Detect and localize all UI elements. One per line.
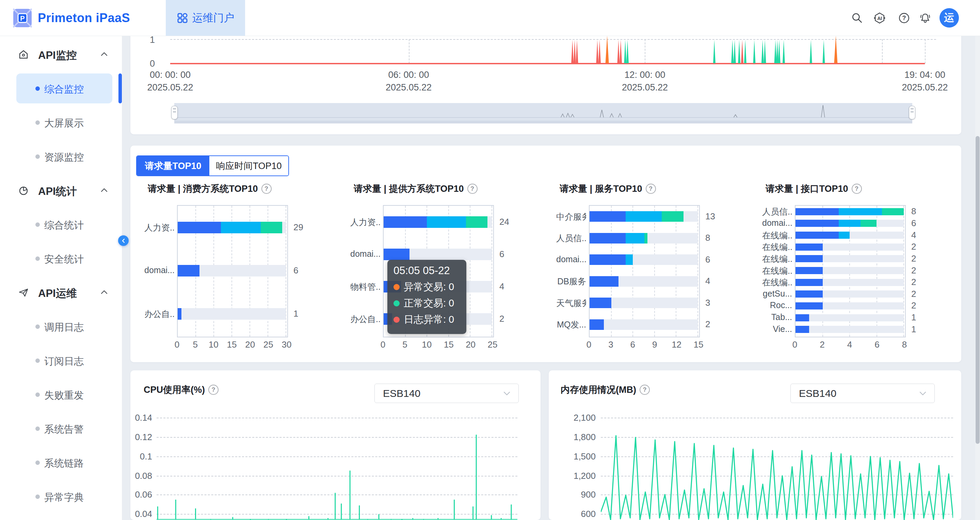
category-label: Vie... [762, 324, 792, 334]
sidebar-item-label: 异常字典 [44, 491, 84, 504]
category-label: getSu... [762, 289, 792, 299]
sidebar-group-label: API统计 [38, 184, 77, 199]
x-axis-date-label: 2025.05.22 [902, 82, 948, 93]
category-label: 中介服务 [556, 211, 586, 222]
bar-track [383, 216, 492, 228]
sidebar-item-订阅日志[interactable]: 订阅日志 [0, 344, 122, 377]
category-label: 物料管... [350, 281, 380, 292]
sidebar-item-综合统计[interactable]: 综合统计 [0, 208, 122, 241]
sidebar-item-label: 资源监控 [44, 151, 84, 164]
y-axis-tick: 0.1 [130, 451, 152, 462]
tab-request-volume-top10[interactable]: 请求量TOP10 [137, 156, 209, 176]
sidebar-item-失败重发[interactable]: 失败重发 [0, 377, 122, 412]
search-icon[interactable] [851, 12, 863, 24]
panel-interface-top10: 请求量 | 接口TOP10? 人员信...8domai...6在线编...4在线… [761, 180, 956, 352]
notification-bell-icon[interactable] [919, 12, 931, 24]
category-label: 在线编... [762, 277, 792, 288]
item-bullet-dot [35, 392, 40, 397]
value-label: 29 [293, 222, 303, 233]
value-label: 13 [705, 211, 715, 222]
sidebar-group-API统计[interactable]: API统计 [0, 175, 122, 206]
chevron-up-icon [100, 187, 108, 193]
svg-text:?: ? [902, 14, 906, 21]
ai-assistant-icon[interactable]: AI [873, 12, 886, 24]
sidebar-group-API监控[interactable]: API监控 [0, 39, 122, 70]
active-item-indicator [118, 73, 122, 103]
bar-segment [839, 220, 861, 227]
tooltip-row-text: 异常交易: 0 [404, 280, 454, 294]
tab-ops-portal[interactable]: 运维门户 [166, 0, 245, 36]
sidebar-item-安全统计[interactable]: 安全统计 [0, 241, 122, 276]
value-label: 1 [911, 312, 916, 323]
bar-segment [178, 265, 199, 276]
item-bullet-dot [35, 495, 40, 499]
bar-segment [795, 326, 809, 333]
x-axis-date-label: 2025.05.22 [386, 82, 432, 93]
sidebar-item-大屏展示[interactable]: 大屏展示 [0, 105, 122, 140]
value-label: 2 [705, 319, 710, 330]
chevron-up-icon [100, 289, 108, 295]
sidebar-item-系统告警[interactable]: 系统告警 [0, 412, 122, 445]
value-label: 1 [911, 324, 916, 335]
datazoom-mini-chart [174, 103, 912, 118]
value-label: 24 [500, 217, 509, 227]
category-label: 天气服务 [556, 298, 586, 309]
sidebar-collapse-button[interactable] [118, 235, 129, 246]
item-bullet-dot [35, 426, 40, 431]
category-label: 在线编... [762, 265, 792, 276]
panel-consumer-top10: 请求量 | 消费方系统TOP10? 人力资...29domai...6办公自..… [143, 180, 339, 352]
bar-segment [626, 254, 633, 265]
brand: P Primeton iPaaS [13, 8, 130, 28]
help-icon[interactable]: ? [898, 12, 910, 24]
bar-segment [383, 249, 409, 260]
portal-tab-label: 运维门户 [192, 11, 234, 25]
cpu-line-chart: 0.140.120.10.080.060.04 [130, 370, 541, 520]
bar-segment [427, 216, 466, 228]
bar-segment [178, 308, 181, 320]
x-axis-tick: 30 [273, 339, 300, 350]
tab-response-time-top10[interactable]: 响应时间TOP10 [209, 156, 288, 176]
bar-segment [261, 222, 283, 233]
bar-segment [590, 233, 626, 244]
primeton-logo-icon: P [13, 8, 32, 28]
category-label: domai... [144, 265, 174, 275]
sidebar-group-label: API监控 [38, 48, 77, 63]
gridline-vertical [676, 206, 676, 337]
sidebar-group-API运维[interactable]: API运维 [0, 277, 122, 308]
brush-handle-right[interactable] [909, 106, 915, 119]
bar-segment [795, 279, 823, 286]
bar-segment [795, 290, 823, 298]
value-label: 2 [911, 300, 916, 311]
datazoom-brush[interactable] [174, 103, 912, 124]
bar-track [590, 298, 698, 308]
item-bullet-dot [35, 460, 40, 465]
bar-segment [626, 211, 662, 222]
bar-segment [644, 233, 647, 244]
value-label: 8 [911, 206, 916, 217]
category-label: 人力资... [350, 217, 380, 228]
sidebar-item-异常字典[interactable]: 异常字典 [0, 480, 122, 514]
sidebar-item-资源监控[interactable]: 资源监控 [0, 140, 122, 173]
x-axis-tick: 4 [836, 339, 863, 350]
category-label: Tab... [762, 312, 792, 322]
sidebar-item-综合监控[interactable]: 综合监控 [0, 71, 122, 105]
memory-usage-card: 内存使用情况(MB) ? ESB140 2,1001,8001,5001,200… [549, 370, 961, 520]
category-label: 在线编... [762, 254, 792, 265]
value-label: 6 [293, 265, 298, 276]
tooltip-row: 异常交易: 0 [393, 280, 460, 294]
bar-segment [795, 267, 823, 274]
top10-card: 请求量TOP10 响应时间TOP10 请求量 | 消费方系统TOP10? 人力资… [130, 146, 961, 362]
category-label: 办公自... [350, 314, 380, 325]
brush-handle-left[interactable] [171, 106, 178, 119]
cpu-series-svg [157, 415, 517, 520]
sidebar-item-label: 综合监控 [44, 82, 84, 96]
sidebar-item-调用日志[interactable]: 调用日志 [0, 309, 122, 344]
value-label: 4 [911, 230, 916, 241]
sidebar-item-系统链路[interactable]: 系统链路 [0, 445, 122, 480]
page-scrollbar-thumb[interactable] [975, 136, 980, 444]
tooltip-title: 05:05 05-22 [393, 265, 460, 277]
x-axis-tick: 0 [781, 339, 808, 350]
bar-segment [383, 216, 427, 228]
y-axis-tick: 0.08 [130, 471, 152, 481]
user-avatar[interactable]: 运 [940, 8, 959, 27]
